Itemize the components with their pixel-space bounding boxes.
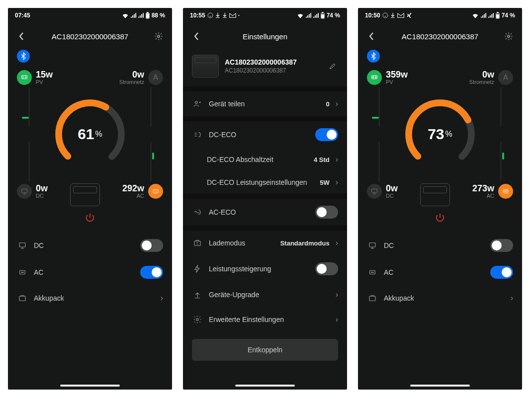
chevron-right-icon: › <box>511 294 513 303</box>
svg-point-33 <box>505 191 506 192</box>
grid-label: Stromnetz <box>469 79 494 85</box>
dc-icon <box>367 240 378 251</box>
dc-eco-icon <box>192 129 203 140</box>
ac-toggle-row: AC <box>8 259 172 286</box>
home-indicator[interactable] <box>410 385 470 387</box>
dc-icon <box>17 240 28 251</box>
boost-toggle[interactable] <box>315 262 338 275</box>
svg-point-9 <box>155 191 156 192</box>
svg-rect-11 <box>19 243 25 247</box>
charge-mode-label: Lademodus <box>209 239 245 247</box>
advanced-settings-row[interactable]: Erweiterte Einstellungen › <box>183 307 347 332</box>
ac-toggle[interactable] <box>490 266 513 279</box>
dc-toggle-label: DC <box>384 241 394 249</box>
back-button[interactable] <box>366 31 377 42</box>
settings-button[interactable] <box>153 31 164 42</box>
ac-icon <box>17 267 28 278</box>
clock: 07:45 <box>15 12 30 19</box>
svg-rect-19 <box>321 14 324 18</box>
device-upgrade-row[interactable]: Geräte-Upgrade › <box>183 282 347 307</box>
ac-toggle[interactable] <box>140 266 163 279</box>
battery-pack-row[interactable]: Akkupack › <box>358 286 522 311</box>
ac-label: AC <box>472 193 494 199</box>
share-label: Gerät teilen <box>209 100 245 108</box>
grid-icon <box>148 70 163 85</box>
wifi-icon <box>472 12 479 18</box>
battery-icon <box>145 12 150 19</box>
clock: 10:55 <box>190 12 205 19</box>
unpair-button[interactable]: Entkoppeln <box>192 339 338 361</box>
grid-watt: 0w <box>469 70 494 80</box>
share-icon <box>192 98 203 109</box>
back-button[interactable] <box>16 31 27 42</box>
charge-mode-row[interactable]: Lademodus Standardmodus › <box>183 231 347 255</box>
svg-rect-12 <box>20 270 25 274</box>
dc-eco-time-row[interactable]: DC-ECO Abschaltzeit 4 Std › <box>183 148 347 171</box>
svg-rect-36 <box>370 270 375 274</box>
back-button[interactable] <box>191 31 202 42</box>
pv-watt: 15w <box>36 70 53 80</box>
status-bar: 10:55 · 74 % <box>183 8 347 21</box>
dc-eco-power-row[interactable]: DC-ECO Leistungseinstellungen 5W › <box>183 171 347 194</box>
power-button[interactable] <box>367 212 513 223</box>
dc-eco-time-value: 4 Std <box>314 156 330 163</box>
settings-screen: 10:55 · 74 % Einstellungen AC18023020000… <box>183 8 347 390</box>
dc-toggle[interactable] <box>140 239 163 252</box>
battery-percent: 88 % <box>152 12 165 19</box>
signal-icon-2 <box>313 12 319 18</box>
share-device-row[interactable]: Gerät teilen 0 › <box>183 91 347 116</box>
pv-watt: 359w <box>386 70 408 80</box>
svg-point-10 <box>156 191 157 192</box>
edit-name-button[interactable] <box>327 61 338 72</box>
device-name: AC1802302000006387 <box>225 58 321 66</box>
chevron-right-icon: › <box>336 239 338 247</box>
ac-eco-icon <box>192 207 203 218</box>
whatsapp-icon <box>382 12 388 18</box>
status-bar: 10:50 74 % <box>358 8 522 21</box>
device-card: AC1802302000006387 AC1802302000006387 <box>183 50 347 86</box>
page-title: Einstellungen <box>202 32 328 41</box>
signal-icon <box>480 12 486 18</box>
device-thumb-icon <box>192 55 219 78</box>
soc-gauge: 61% <box>17 87 163 181</box>
ac-eco-toggle[interactable] <box>315 206 338 219</box>
grid-input: 0w Stromnetz <box>119 70 163 85</box>
battery-icon <box>495 12 500 19</box>
svg-rect-1 <box>147 12 148 13</box>
bluetooth-icon <box>17 50 30 63</box>
dashboard-screen-2: 10:50 74 % AC1802302000006387 <box>358 8 522 390</box>
ac-toggle-label: AC <box>34 268 43 276</box>
svg-point-20 <box>195 101 198 104</box>
settings-button[interactable] <box>503 31 514 42</box>
svg-rect-39 <box>369 296 375 301</box>
svg-point-23 <box>383 13 388 18</box>
dc-eco-time-label: DC-ECO Abschaltzeit <box>207 156 273 163</box>
dc-watt: 0w <box>386 183 398 194</box>
dc-eco-toggle[interactable] <box>315 128 338 141</box>
home-indicator[interactable] <box>60 385 120 387</box>
chevron-right-icon: › <box>336 155 338 164</box>
device-serial: AC1802302000006387 <box>225 67 321 74</box>
battery-pack-row[interactable]: Akkupack › <box>8 286 172 311</box>
ac-out-icon <box>498 184 513 199</box>
power-button[interactable] <box>17 212 163 223</box>
ac-icon <box>367 267 378 278</box>
pv-label: PV <box>36 79 53 85</box>
dc-toggle-row: DC <box>8 232 172 259</box>
svg-point-3 <box>158 35 160 38</box>
download-icon <box>215 12 220 18</box>
share-count: 0 <box>326 100 329 108</box>
grid-watt: 0w <box>119 70 144 80</box>
boost-icon <box>192 263 203 274</box>
dc-toggle[interactable] <box>490 239 513 252</box>
signal-icon <box>130 12 136 18</box>
upgrade-label: Geräte-Upgrade <box>209 291 259 299</box>
battery-pack-label: Akkupack <box>384 294 414 302</box>
svg-point-14 <box>23 272 24 273</box>
svg-point-27 <box>508 35 510 38</box>
soc-gauge: 73% <box>367 87 513 181</box>
dc-watt: 0w <box>36 183 48 194</box>
home-indicator[interactable] <box>235 385 295 387</box>
ac-eco-row: AC-ECO <box>183 199 347 226</box>
pv-label: PV <box>386 79 408 85</box>
